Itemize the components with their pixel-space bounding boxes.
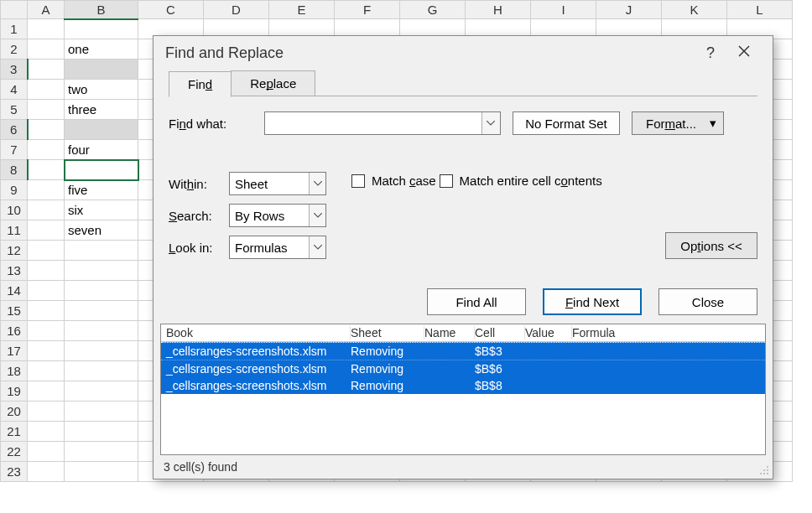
col-header-F[interactable]: F [335,1,400,19]
cell-A17[interactable] [28,341,65,361]
help-button[interactable]: ? [694,44,727,62]
results-col-formula[interactable]: Formula [572,326,760,339]
col-header-E[interactable]: E [269,1,335,19]
chevron-down-icon[interactable] [481,112,500,134]
row-header-16[interactable]: 16 [1,321,28,341]
cell-B23[interactable] [65,462,138,482]
tab-find[interactable]: Find [169,71,232,97]
row-header-19[interactable]: 19 [1,381,28,402]
cell-A3[interactable] [28,60,65,80]
col-header-C[interactable]: C [138,1,204,19]
cell-B12[interactable] [65,241,138,261]
find-next-button[interactable]: Find Next [543,288,642,315]
row-header-10[interactable]: 10 [1,200,28,220]
cell-A12[interactable] [28,241,65,261]
find-what-field[interactable] [265,112,481,134]
options-button[interactable]: Options << [665,232,757,259]
cell-B6[interactable] [65,120,138,140]
cell-A23[interactable] [28,462,65,482]
col-header-G[interactable]: G [400,1,466,19]
results-col-book[interactable]: Book [166,326,351,339]
row-header-15[interactable]: 15 [1,301,28,321]
col-header-K[interactable]: K [662,1,727,19]
col-header-B[interactable]: B [65,1,138,19]
results-row[interactable]: _cellsranges-screenshots.xlsmRemoving$B$… [161,377,765,394]
row-header-21[interactable]: 21 [1,422,28,442]
row-header-3[interactable]: 3 [1,60,28,80]
cell-B1[interactable] [65,19,138,39]
cell-A2[interactable] [28,39,65,60]
no-format-button[interactable]: No Format Set [513,111,620,135]
match-case-checkbox[interactable]: Match case [351,174,436,188]
find-all-button[interactable]: Find All [427,288,526,315]
results-header[interactable]: Book Sheet Name Cell Value Formula [161,324,765,342]
cell-A16[interactable] [28,321,65,341]
cell-A11[interactable] [28,220,65,241]
row-header-2[interactable]: 2 [1,39,28,60]
close-button[interactable]: Close [658,288,757,315]
row-header-13[interactable]: 13 [1,261,28,281]
cell-B4[interactable]: two [65,80,138,100]
format-button[interactable]: Format...▾ [632,111,724,135]
row-header-6[interactable]: 6 [1,120,28,140]
cell-B8[interactable] [65,160,138,180]
cell-A20[interactable] [28,402,65,422]
cell-B13[interactable] [65,261,138,281]
cell-A22[interactable] [28,442,65,462]
row-header-17[interactable]: 17 [1,341,28,361]
row-header-4[interactable]: 4 [1,80,28,100]
cell-A8[interactable] [28,160,65,180]
results-col-sheet[interactable]: Sheet [351,326,424,339]
cell-A13[interactable] [28,261,65,281]
row-header-7[interactable]: 7 [1,140,28,160]
cell-B15[interactable] [65,301,138,321]
cell-B5[interactable]: three [65,100,138,120]
row-header-22[interactable]: 22 [1,442,28,462]
cell-B7[interactable]: four [65,140,138,160]
results-col-name[interactable]: Name [424,326,475,339]
col-header-H[interactable]: H [466,1,531,19]
cell-B19[interactable] [65,381,138,402]
cell-A10[interactable] [28,200,65,220]
find-what-input[interactable] [264,111,501,135]
cell-B21[interactable] [65,422,138,442]
row-header-5[interactable]: 5 [1,100,28,120]
lookin-select[interactable] [229,236,326,259]
col-header-A[interactable]: A [28,1,65,19]
cell-B9[interactable]: five [65,180,138,200]
cell-A21[interactable] [28,422,65,442]
cell-B17[interactable] [65,341,138,361]
chevron-down-icon[interactable] [309,205,325,226]
col-header-J[interactable]: J [596,1,662,19]
row-header-9[interactable]: 9 [1,180,28,200]
row-header-18[interactable]: 18 [1,361,28,381]
row-header-11[interactable]: 11 [1,220,28,241]
tab-replace[interactable]: Replace [231,70,315,96]
row-header-1[interactable]: 1 [1,19,28,39]
close-icon[interactable] [727,44,761,62]
cell-B2[interactable]: one [65,39,138,60]
cell-B20[interactable] [65,402,138,422]
row-header-14[interactable]: 14 [1,281,28,301]
col-header-L[interactable]: L [727,1,793,19]
cell-B18[interactable] [65,361,138,381]
results-list[interactable]: Book Sheet Name Cell Value Formula _cell… [160,324,766,455]
select-all-corner[interactable] [1,1,28,19]
cell-B22[interactable] [65,442,138,462]
col-header-I[interactable]: I [531,1,596,19]
chevron-down-icon[interactable] [309,236,325,258]
cell-A6[interactable] [28,120,65,140]
cell-A7[interactable] [28,140,65,160]
cell-B14[interactable] [65,281,138,301]
match-entire-checkbox[interactable]: Match entire cell contents [440,174,602,188]
col-header-D[interactable]: D [204,1,269,19]
cell-A5[interactable] [28,100,65,120]
row-header-23[interactable]: 23 [1,462,28,482]
cell-A15[interactable] [28,301,65,321]
results-row[interactable]: _cellsranges-screenshots.xlsmRemoving$B$… [161,360,765,377]
cell-B11[interactable]: seven [65,220,138,241]
resize-grip-icon[interactable] [759,465,769,475]
search-select[interactable] [229,204,326,227]
row-header-8[interactable]: 8 [1,160,28,180]
cell-A9[interactable] [28,180,65,200]
